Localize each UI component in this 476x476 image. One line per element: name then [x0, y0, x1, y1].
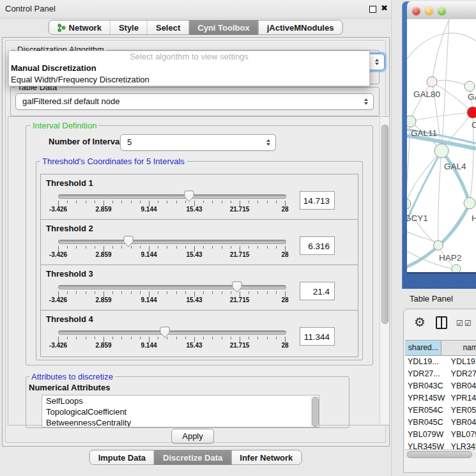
float-window-icon[interactable] — [369, 6, 376, 13]
node-table[interactable]: shared... name YDL19...YDL19...YDR27...Y… — [405, 340, 476, 450]
table-row[interactable]: YER054CYER054C — [405, 404, 476, 417]
threshold-value-field[interactable]: 14.713 — [300, 191, 335, 210]
network-node-gal4[interactable] — [434, 144, 449, 158]
slider-track[interactable] — [58, 330, 286, 335]
cell-name[interactable]: YBL079W — [445, 429, 476, 441]
network-window-titlebar[interactable] — [407, 1, 476, 20]
attribute-item[interactable]: BetweennessCentrality — [42, 417, 319, 427]
tab-infer-network[interactable]: Infer Network — [231, 450, 301, 464]
table-row[interactable]: YDL19...YDL19... — [405, 356, 476, 368]
tab-label: Discretize Data — [163, 453, 222, 463]
table-data-combobox[interactable]: galFiltered.sif default node — [15, 93, 374, 110]
attribute-item[interactable]: SelfLoops — [42, 395, 319, 406]
cell-name[interactable]: YDR27... — [445, 368, 476, 380]
cell-name[interactable]: YBR045C — [445, 417, 476, 429]
slider-handle[interactable] — [160, 326, 170, 339]
number-of-intervals-combobox[interactable]: 5 — [120, 134, 276, 151]
cell-shared-name[interactable]: YPR145W — [405, 392, 445, 404]
network-edge[interactable] — [441, 151, 470, 203]
table-row[interactable]: YLR345WYLR345W — [405, 441, 476, 450]
threshold-label: Threshold 4 — [46, 314, 93, 324]
cell-shared-name[interactable]: YBR045C — [405, 417, 445, 429]
apply-button[interactable]: Apply — [171, 429, 214, 443]
horizontal-scrollbar[interactable] — [405, 449, 476, 458]
node-label: H — [472, 213, 476, 223]
attribute-item[interactable]: TopologicalCoefficient — [42, 406, 319, 417]
close-traffic-light[interactable] — [412, 7, 420, 15]
threshold-value-field[interactable]: 6.316 — [300, 236, 335, 255]
network-edge[interactable] — [410, 82, 432, 121]
slider-track[interactable] — [58, 285, 286, 289]
network-edge[interactable] — [438, 151, 441, 245]
threshold-value-field[interactable]: 21.4 — [300, 282, 335, 300]
cell-name[interactable]: YBR043C — [445, 380, 476, 392]
cell-shared-name[interactable]: YDL19... — [405, 356, 445, 368]
cell-name[interactable]: YLR345W — [445, 441, 476, 450]
tab-label: Select — [156, 23, 180, 33]
checkbox-icon[interactable]: ☑ — [464, 319, 472, 328]
network-edge[interactable] — [407, 33, 476, 64]
tick-mark — [231, 201, 231, 203]
table-row[interactable]: YBL079WYBL079W — [405, 429, 476, 441]
network-node-c[interactable] — [467, 107, 476, 118]
algorithm-dropdown-popup: Select algorithm to view settings Manual… — [8, 50, 370, 86]
vertical-scrollbar[interactable] — [380, 117, 389, 424]
slider-track[interactable] — [58, 194, 286, 199]
zoom-traffic-light[interactable] — [438, 7, 446, 15]
network-node-h[interactable] — [464, 197, 475, 209]
cell-shared-name[interactable]: YER054C — [405, 404, 445, 417]
tab-style[interactable]: Style — [110, 20, 147, 35]
tab-select[interactable]: Select — [147, 20, 188, 35]
cell-name[interactable]: YDL19... — [445, 356, 476, 368]
cell-name[interactable]: YER054C — [445, 404, 476, 417]
minimize-traffic-light[interactable] — [425, 7, 433, 15]
vertical-scrollbar-thumb[interactable] — [381, 125, 388, 324]
tab-discretize-data[interactable]: Discretize Data — [154, 450, 231, 464]
tab-cyni-toolbox[interactable]: Cyni Toolbox — [188, 20, 257, 35]
numerical-attributes-list[interactable]: SelfLoopsTopologicalCoefficientBetweenne… — [42, 395, 319, 427]
table-row[interactable]: YPR145WYPR145W — [405, 392, 476, 404]
cell-shared-name[interactable]: YBL079W — [405, 429, 445, 441]
cell-shared-name[interactable]: YDR27... — [405, 368, 445, 380]
gear-icon[interactable]: ⚙ — [414, 314, 426, 330]
network-edge[interactable] — [441, 19, 449, 151]
columns-icon[interactable] — [436, 316, 447, 329]
tab-jactivemnodules[interactable]: jActiveMNodules — [258, 20, 342, 35]
column-header-name[interactable]: name — [441, 341, 476, 355]
network-node-ga[interactable] — [464, 81, 475, 91]
network-canvas[interactable]: GAL80GACGAL11GAL4GCY1HHAP2 — [407, 19, 476, 272]
tab-impute-data[interactable]: Impute Data — [90, 450, 154, 464]
slider-handle[interactable] — [123, 236, 134, 248]
network-edge[interactable] — [407, 121, 410, 204]
network-node-gcy1[interactable] — [407, 199, 411, 209]
network-node-gal80[interactable] — [427, 77, 437, 87]
tick-mark — [95, 246, 95, 249]
threshold-value-field[interactable]: 11.344 — [300, 327, 335, 346]
cell-name[interactable]: YPR145W — [445, 392, 476, 404]
slider-handle[interactable] — [232, 281, 242, 293]
attributes-scrollbar-thumb[interactable] — [312, 397, 319, 427]
dropdown-option-equal-width[interactable]: Equal Width/Frequency Discretization — [9, 74, 369, 86]
dropdown-placeholder-option[interactable]: Select algorithm to view settings — [9, 51, 369, 63]
table-row[interactable]: YBR043CYBR043C — [405, 380, 476, 392]
threshold-panel-3: Threshold 3-3.4262.8599.14415.4321.71528… — [40, 265, 358, 312]
horizontal-scrollbar-thumb[interactable] — [407, 451, 472, 458]
slider-handle[interactable] — [184, 190, 194, 203]
network-view-window[interactable]: GAL80GACGAL11GAL4GCY1HHAP2 — [402, 1, 476, 289]
network-node[interactable] — [452, 265, 461, 272]
cell-shared-name[interactable]: YBR043C — [405, 380, 445, 392]
network-edge[interactable] — [410, 112, 473, 121]
dropdown-option-manual[interactable]: Manual Discretization — [9, 63, 369, 74]
network-node-hap2[interactable] — [434, 241, 443, 250]
close-icon[interactable]: ✖ — [381, 3, 388, 13]
table-row[interactable]: YBR045CYBR045C — [405, 417, 476, 429]
tab-network[interactable]: Network — [49, 20, 110, 35]
slider-track[interactable] — [58, 240, 286, 244]
network-node-gal11[interactable] — [407, 116, 416, 127]
tick-mark — [95, 337, 95, 339]
column-header-shared-name[interactable]: shared... — [405, 341, 441, 355]
attributes-scrollbar[interactable] — [311, 396, 318, 426]
cell-shared-name[interactable]: YLR345W — [405, 441, 445, 450]
checkbox-icon[interactable]: ☑ — [456, 319, 463, 328]
table-row[interactable]: YDR27...YDR27... — [405, 368, 476, 380]
